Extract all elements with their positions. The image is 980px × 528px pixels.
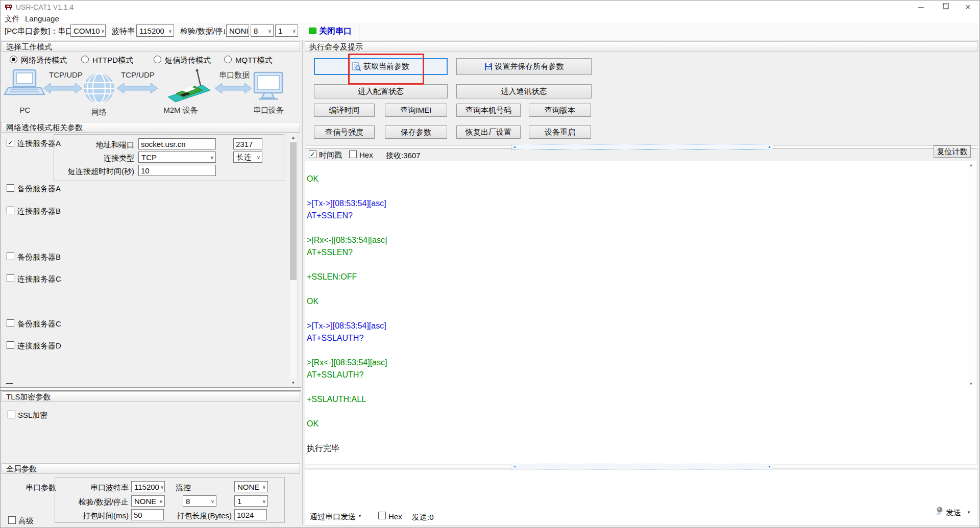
scroll-up-icon[interactable]: ▲ bbox=[289, 133, 297, 141]
flow-select[interactable]: NONE∨ bbox=[234, 481, 268, 492]
radio-net-passthrough-mode[interactable] bbox=[10, 56, 17, 63]
databits-value: 8 bbox=[254, 27, 258, 35]
factory-reset-button[interactable]: 恢复出厂设置 bbox=[456, 125, 521, 139]
log-line: AT+SSLEN? bbox=[307, 246, 976, 259]
server-a-port-input[interactable] bbox=[233, 138, 262, 149]
g-stopbits-value: 1 bbox=[237, 497, 241, 506]
net-params-scrollbar[interactable]: ▲ ▼ bbox=[289, 133, 298, 387]
server-d-checkbox[interactable] bbox=[7, 341, 14, 349]
g-baud-label: 串口波特率 bbox=[62, 483, 129, 492]
splitter-arrow-icon: ▲ bbox=[768, 145, 771, 148]
com-port-select[interactable]: COM10∨ bbox=[70, 24, 106, 37]
dropdown-arrow-icon[interactable]: ▼ bbox=[358, 514, 362, 518]
send-area[interactable] bbox=[305, 470, 977, 525]
enter-config-button[interactable]: 进入配置状态 bbox=[314, 84, 448, 98]
server-a-address-input[interactable] bbox=[138, 138, 216, 149]
ssl-checkbox[interactable] bbox=[8, 411, 15, 418]
device-restart-label: 设备重启 bbox=[545, 128, 575, 137]
radio-mqtt-mode[interactable] bbox=[224, 56, 232, 63]
log-line: OK bbox=[307, 295, 976, 308]
pack-time-input[interactable] bbox=[131, 509, 164, 520]
chevron-down-icon: ∨ bbox=[262, 484, 266, 490]
panel-divider bbox=[302, 40, 303, 525]
timestamp-checkbox[interactable] bbox=[309, 150, 316, 158]
tx-hex-checkbox[interactable] bbox=[378, 512, 386, 519]
parity-select[interactable]: NONI∨ bbox=[226, 24, 249, 37]
radio-sms-passthrough-mode[interactable] bbox=[154, 56, 161, 63]
enter-comm-label: 进入通讯状态 bbox=[501, 87, 547, 96]
g-stopbits-select[interactable]: 1∨ bbox=[234, 495, 268, 507]
save-icon bbox=[484, 63, 493, 71]
databits-select[interactable]: 8∨ bbox=[251, 24, 274, 37]
g-parity-select[interactable]: NONE∨ bbox=[131, 495, 165, 507]
network-label: 网络 bbox=[84, 108, 114, 117]
log-line bbox=[307, 161, 976, 173]
short-timeout-input[interactable] bbox=[138, 165, 216, 176]
radio-httpd-mode[interactable] bbox=[81, 56, 89, 63]
splitter-arrow-icon: ▼ bbox=[768, 465, 771, 468]
scroll-up-icon[interactable]: ▲ bbox=[967, 161, 975, 167]
server-b-checkbox[interactable] bbox=[7, 207, 14, 214]
conn-type-select[interactable]: TCP∨ bbox=[138, 152, 216, 163]
splitter-handle[interactable]: ▼ ▼ bbox=[511, 464, 773, 469]
log-line: 执行完毕 bbox=[307, 442, 976, 455]
link2-label: TCP/UDP bbox=[121, 70, 154, 79]
get-params-button[interactable]: 获取当前参数 bbox=[314, 58, 448, 75]
reset-count-button[interactable]: 复位计数 bbox=[934, 145, 971, 158]
dropdown-arrow-icon[interactable]: ▼ bbox=[967, 510, 971, 515]
scrollbar-thumb[interactable] bbox=[290, 142, 297, 280]
compile-time-button[interactable]: 编译时间 bbox=[314, 104, 375, 117]
serial-toolbar: [PC串口参数]：串口号 COM10∨ 波特率 115200∨ 检验/数据/停止… bbox=[1, 23, 979, 40]
query-imei-label: 查询IMEI bbox=[401, 106, 432, 115]
advanced-checkbox[interactable] bbox=[8, 516, 16, 524]
baud-value: 115200 bbox=[139, 27, 164, 35]
save-params-button[interactable]: 保存参数 bbox=[385, 125, 447, 139]
menu-language[interactable]: Language bbox=[25, 14, 59, 23]
log-line bbox=[307, 308, 976, 320]
device-restart-button[interactable]: 设备重启 bbox=[529, 125, 591, 139]
rx-hex-checkbox[interactable] bbox=[349, 150, 357, 158]
log-scrollbar[interactable]: ▲ ▼ bbox=[967, 161, 975, 388]
addr-port-label: 地址和端口 bbox=[54, 140, 134, 149]
query-imei-button[interactable]: 查询IMEI bbox=[385, 104, 447, 117]
send-via-serial-button[interactable]: 通过串口发送 bbox=[310, 512, 356, 522]
query-version-button[interactable]: 查询版本 bbox=[529, 104, 591, 117]
backup-server-a-checkbox[interactable] bbox=[7, 184, 14, 192]
query-number-button[interactable]: 查询本机号码 bbox=[456, 104, 521, 117]
send-button[interactable]: 发送 bbox=[946, 508, 961, 518]
backup-server-c-checkbox[interactable] bbox=[7, 319, 14, 327]
backup-server-b-label: 备份服务器B bbox=[17, 253, 61, 261]
receive-log[interactable]: OK>[Tx->][08:53:54][asc]AT+SSLEN?>[Rx<-]… bbox=[305, 161, 976, 464]
keepalive-select[interactable]: 长连∨ bbox=[233, 152, 262, 163]
stopbits-value: 1 bbox=[278, 27, 282, 35]
rx-hex-label: Hex bbox=[359, 150, 373, 159]
global-params-header-label: 全局参数 bbox=[6, 464, 37, 473]
get-params-label: 获取当前参数 bbox=[363, 62, 409, 71]
g-databits-select[interactable]: 8∨ bbox=[183, 495, 216, 507]
radio-net-passthrough-label: 网络透传模式 bbox=[21, 56, 67, 64]
minimize-button[interactable] bbox=[909, 1, 933, 14]
scroll-down-icon[interactable]: ▼ bbox=[967, 382, 975, 386]
baud-select[interactable]: 115200∨ bbox=[136, 24, 174, 37]
server-c-checkbox[interactable] bbox=[7, 274, 14, 282]
enter-comm-button[interactable]: 进入通讯状态 bbox=[456, 84, 592, 98]
set-save-params-button[interactable]: 设置并保存所有参数 bbox=[456, 58, 592, 75]
log-line: +SSLEN:OFF bbox=[307, 271, 976, 283]
close-button[interactable]: ✕ bbox=[956, 1, 979, 14]
log-line bbox=[307, 222, 976, 234]
scroll-down-icon[interactable]: ▼ bbox=[289, 379, 297, 387]
conn-type-value: TCP bbox=[141, 153, 157, 162]
query-number-label: 查询本机号码 bbox=[465, 106, 511, 115]
splitter-handle[interactable]: ▲ ▲ bbox=[511, 144, 773, 149]
serial-device-label: 串口设备 bbox=[248, 106, 289, 115]
pack-len-input[interactable] bbox=[234, 509, 267, 520]
log-line: OK bbox=[307, 418, 976, 430]
close-port-button[interactable]: 关闭串口 bbox=[319, 26, 352, 37]
stopbits-select[interactable]: 1∨ bbox=[275, 24, 298, 37]
backup-server-b-checkbox[interactable] bbox=[7, 253, 14, 260]
maximize-button[interactable] bbox=[933, 1, 956, 14]
query-signal-button[interactable]: 查信号强度 bbox=[314, 125, 375, 139]
server-a-checkbox[interactable] bbox=[7, 139, 14, 146]
send-speaker-icon bbox=[935, 506, 944, 515]
link3-label: 串口数据 bbox=[218, 70, 251, 80]
